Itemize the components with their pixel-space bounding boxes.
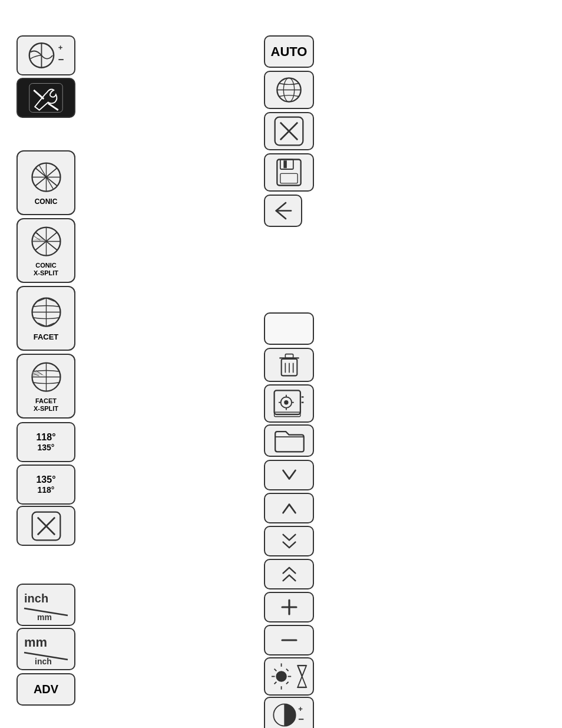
auto-button[interactable]: AUTO (264, 35, 314, 68)
svg-line-69 (275, 681, 277, 684)
facet-xsplit-label: FACETX-SPLIT (34, 397, 58, 413)
x-close-button[interactable] (16, 506, 75, 546)
svg-text:−: − (58, 54, 64, 65)
angle-135b-label: 135° (36, 475, 55, 485)
back-arrow-button[interactable] (264, 195, 302, 227)
folder-button[interactable] (264, 424, 314, 457)
angle-118b-label: 118° (38, 485, 55, 495)
trash-button[interactable] (264, 348, 314, 382)
svg-text:+: + (58, 43, 63, 52)
svg-rect-40 (280, 173, 297, 183)
contrast-button[interactable]: + − (264, 697, 314, 728)
svg-rect-41 (283, 160, 287, 168)
svg-text:mm: mm (24, 635, 47, 650)
facet-xsplit-button[interactable]: FACETX-SPLIT (16, 354, 75, 419)
save-button[interactable] (264, 153, 314, 192)
angle-135-118-button[interactable]: 135° 118° (16, 465, 75, 505)
arrow-up-button[interactable] (264, 493, 314, 523)
svg-text:inch: inch (24, 592, 48, 605)
angle-135-label: 135° (38, 443, 55, 452)
svg-text:+: + (298, 704, 303, 713)
adv-label: ADV (34, 683, 58, 696)
wrench-settings-button[interactable] (16, 78, 75, 118)
svg-text:mm: mm (37, 612, 52, 622)
conic-xsplit-label: CONICX-SPLIT (34, 262, 58, 277)
svg-text:inch: inch (35, 657, 52, 666)
svg-point-51 (284, 400, 288, 404)
conic-button[interactable]: CONIC (16, 150, 75, 215)
svg-line-70 (286, 681, 289, 684)
angle-118-135-button[interactable]: 118° 135° (16, 422, 75, 462)
conic-xsplit-button[interactable]: CONICX-SPLIT (16, 218, 75, 283)
safe-button[interactable] (264, 384, 314, 423)
facet-button[interactable]: FACET (16, 286, 75, 351)
blank-button[interactable] (264, 312, 314, 345)
svg-rect-39 (280, 160, 293, 170)
angle-118-label: 118° (36, 432, 55, 443)
mm-inch-button[interactable]: mm inch (16, 628, 75, 670)
arrow-down-button[interactable] (264, 460, 314, 490)
svg-line-68 (286, 668, 289, 671)
minus-button[interactable] (264, 625, 314, 655)
facet-label: FACET (34, 332, 59, 342)
plus-button[interactable] (264, 592, 314, 622)
arrow-down-double-button[interactable] (264, 526, 314, 556)
x-cancel-button[interactable] (264, 112, 314, 150)
drillbit-settings-button[interactable]: + − (16, 35, 75, 75)
globe-button[interactable] (264, 71, 314, 109)
svg-line-6 (34, 90, 44, 99)
svg-line-67 (275, 668, 277, 671)
adv-button[interactable]: ADV (16, 673, 75, 706)
svg-text:−: − (298, 714, 304, 725)
inch-mm-button[interactable]: inch mm (16, 584, 75, 626)
conic-label: CONIC (35, 197, 58, 206)
sun-timer-button[interactable] (264, 657, 314, 696)
auto-label: AUTO (271, 44, 308, 60)
svg-rect-4 (29, 84, 62, 113)
svg-line-5 (48, 103, 58, 110)
svg-point-62 (276, 671, 286, 681)
arrow-up-double-button[interactable] (264, 559, 314, 589)
